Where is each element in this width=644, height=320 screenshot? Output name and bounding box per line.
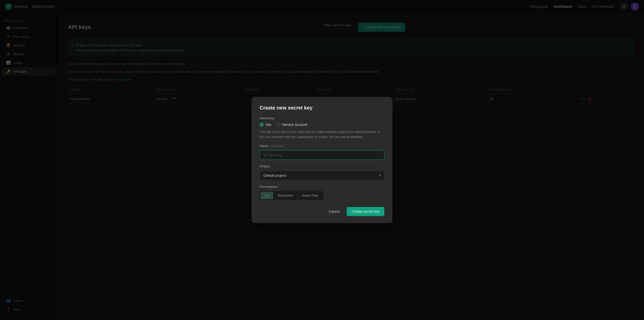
- modal-overlay: Create new secret key Owned by You Servi…: [0, 0, 644, 320]
- modal-title: Create new secret key: [260, 105, 384, 111]
- radio-service-circle: [276, 123, 280, 127]
- perm-tab-all[interactable]: All: [260, 192, 273, 199]
- perm-tab-read-only[interactable]: Read Only: [298, 192, 323, 199]
- name-section: Name Optional: [260, 144, 384, 160]
- create-secret-key-button[interactable]: Create secret key: [347, 207, 384, 216]
- owner-service-option[interactable]: Service account: [276, 123, 307, 127]
- key-name-input[interactable]: [260, 150, 384, 160]
- cancel-button[interactable]: Cancel: [325, 207, 344, 216]
- permissions-label: Permissions: [260, 185, 384, 189]
- create-secret-key-modal: Create new secret key Owned by You Servi…: [252, 97, 392, 223]
- permissions-section: Permissions All Restricted Read Only: [260, 185, 384, 200]
- owner-service-label: Service account: [282, 123, 307, 127]
- optional-label: Optional: [271, 144, 283, 148]
- owned-by-section: Owned by You Service account This API ke…: [260, 116, 384, 139]
- perm-tab-restricted[interactable]: Restricted: [273, 192, 298, 199]
- owned-by-label: Owned by: [260, 116, 384, 120]
- modal-actions: Cancel Create secret key: [260, 207, 384, 216]
- name-label: Name Optional: [260, 144, 384, 148]
- owner-description: This API key is tied to your user and ca…: [260, 130, 384, 139]
- permissions-tabs: All Restricted Read Only: [260, 191, 324, 200]
- radio-dot: [261, 124, 263, 126]
- project-label: Project: [260, 164, 384, 168]
- project-select-wrapper: Default project ⬍: [260, 171, 384, 180]
- project-select[interactable]: Default project: [260, 171, 384, 180]
- owner-you-option[interactable]: You: [260, 123, 271, 127]
- owner-you-label: You: [265, 123, 271, 127]
- owner-radio-group: You Service account: [260, 123, 384, 127]
- project-section: Project Default project ⬍: [260, 164, 384, 180]
- radio-you-circle: [260, 123, 264, 127]
